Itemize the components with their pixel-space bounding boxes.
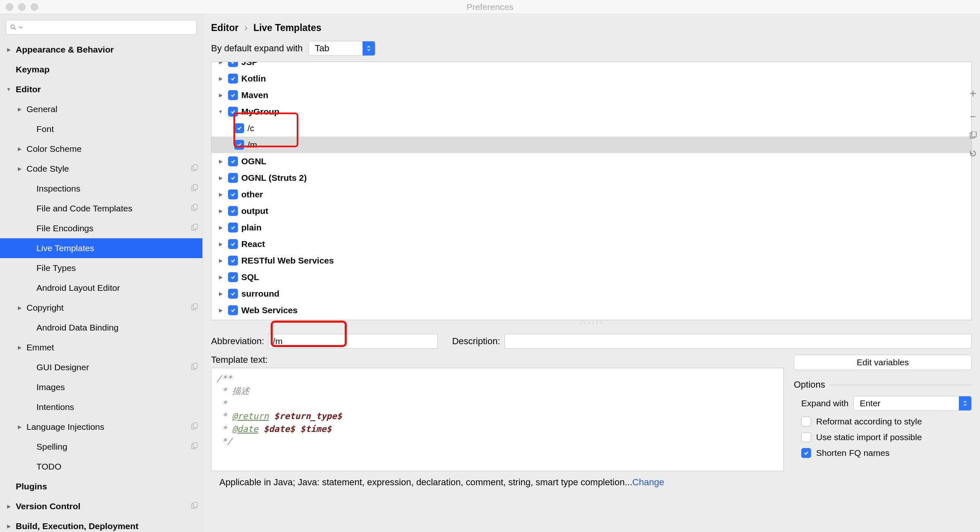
settings-sidebar: ▶Appearance & BehaviorKeymap▼Editor▶Gene… — [0, 14, 203, 532]
chevron-right-icon[interactable]: ▶ — [216, 225, 225, 230]
window-title: Preferences — [0, 2, 980, 12]
chevron-right-icon[interactable]: ▶ — [216, 258, 225, 264]
chevron-right-icon[interactable]: ▶ — [216, 62, 225, 65]
chevron-right-icon: ▶ — [15, 305, 24, 311]
template-enabled-checkbox[interactable] — [228, 223, 238, 232]
sidebar-item-appearance-behavior[interactable]: ▶Appearance & Behavior — [0, 40, 202, 60]
sidebar-item-build-execution-deployment[interactable]: ▶Build, Execution, Deployment — [0, 516, 202, 532]
template-enabled-checkbox[interactable] — [228, 74, 238, 84]
tree-row[interactable]: ▶OGNL — [211, 153, 971, 170]
tree-row[interactable]: ▶OGNL (Struts 2) — [211, 170, 971, 186]
tree-row[interactable]: ▶Web Services — [211, 302, 971, 319]
tree-row[interactable]: ▶other — [211, 186, 971, 203]
sidebar-item-version-control[interactable]: ▶Version Control — [0, 496, 202, 516]
search-input[interactable] — [6, 20, 197, 35]
sidebar-item-general[interactable]: ▶General — [0, 99, 202, 119]
chevron-right-icon[interactable]: ▶ — [216, 175, 225, 181]
reformat-checkbox[interactable] — [801, 417, 811, 427]
sidebar-item-live-templates[interactable]: Live Templates — [0, 238, 202, 258]
chevron-right-icon[interactable]: ▶ — [216, 241, 225, 247]
chevron-right-icon[interactable]: ▶ — [216, 274, 225, 280]
static-import-label: Use static import if possible — [816, 432, 922, 442]
chevron-right-icon[interactable]: ▶ — [216, 307, 225, 313]
sidebar-item-label: Build, Execution, Deployment — [16, 521, 198, 531]
profile-copy-icon — [191, 303, 198, 313]
tree-row[interactable]: ▶JSP — [211, 62, 971, 70]
revert-icon[interactable] — [969, 149, 977, 160]
tree-row[interactable]: ▶plain — [211, 219, 971, 236]
tree-row[interactable]: ▶RESTful Web Services — [211, 252, 971, 269]
edit-variables-button[interactable]: Edit variables — [794, 355, 972, 370]
option-expand-with-select[interactable]: Enter — [853, 396, 972, 411]
template-enabled-checkbox[interactable] — [228, 239, 238, 249]
tree-row[interactable]: ▶Maven — [211, 87, 971, 103]
template-enabled-checkbox[interactable] — [228, 62, 238, 67]
sidebar-item-label: Emmet — [26, 343, 198, 352]
sidebar-item-gui-designer[interactable]: GUI Designer — [0, 357, 202, 377]
tree-row[interactable]: ▶React — [211, 236, 971, 252]
applicable-contexts: Applicable in Java; Java: statement, exp… — [211, 471, 784, 488]
shorten-fq-checkbox[interactable] — [801, 448, 811, 458]
sidebar-item-android-layout-editor[interactable]: Android Layout Editor — [0, 278, 202, 298]
sidebar-item-keymap[interactable]: Keymap — [0, 60, 202, 79]
static-import-checkbox[interactable] — [801, 432, 811, 442]
templates-tree[interactable]: ▶JSP▶Kotlin▶Maven▼MyGroup/c/m▶OGNL▶OGNL … — [211, 62, 972, 320]
chevron-down-icon[interactable]: ▼ — [216, 109, 225, 115]
chevron-right-icon[interactable]: ▶ — [216, 92, 225, 98]
sidebar-item-file-encodings[interactable]: File Encodings — [0, 218, 202, 238]
sidebar-item-android-data-binding[interactable]: Android Data Binding — [0, 318, 202, 338]
copy-icon[interactable] — [969, 132, 977, 142]
template-enabled-checkbox[interactable] — [228, 90, 238, 100]
sidebar-item-language-injections[interactable]: ▶Language Injections — [0, 417, 202, 437]
template-enabled-checkbox[interactable] — [228, 189, 238, 199]
chevron-right-icon[interactable]: ▶ — [216, 208, 225, 214]
sidebar-item-todo[interactable]: TODO — [0, 457, 202, 477]
description-input[interactable] — [504, 334, 972, 349]
tree-row[interactable]: ▶output — [211, 203, 971, 219]
sidebar-item-font[interactable]: Font — [0, 119, 202, 139]
template-enabled-checkbox[interactable] — [228, 206, 238, 216]
sidebar-item-label: Version Control — [16, 501, 188, 511]
sidebar-item-plugins[interactable]: Plugins — [0, 477, 202, 496]
template-enabled-checkbox[interactable] — [228, 156, 238, 166]
sidebar-item-intentions[interactable]: Intentions — [0, 397, 202, 417]
tree-row-label: Maven — [241, 90, 268, 100]
tree-row[interactable]: /m — [211, 137, 971, 153]
remove-icon[interactable]: － — [967, 108, 979, 124]
sidebar-item-emmet[interactable]: ▶Emmet — [0, 338, 202, 357]
sidebar-item-inspections[interactable]: Inspections — [0, 179, 202, 199]
tree-row[interactable]: ▶SQL — [211, 269, 971, 285]
sidebar-item-label: File Encodings — [36, 223, 188, 233]
svg-rect-19 — [193, 502, 197, 507]
template-enabled-checkbox[interactable] — [228, 272, 238, 282]
tree-row[interactable]: /c — [211, 120, 971, 137]
add-icon[interactable]: ＋ — [967, 85, 979, 101]
template-text-editor[interactable]: /** * 描述 * * @return $return_type$ * @da… — [211, 368, 784, 471]
tree-row[interactable]: ▼MyGroup — [211, 103, 971, 120]
template-enabled-checkbox[interactable] — [228, 256, 238, 266]
expand-with-select[interactable]: Tab — [308, 41, 375, 56]
sidebar-item-editor[interactable]: ▼Editor — [0, 79, 202, 99]
tree-row-label: output — [241, 206, 268, 216]
sidebar-item-file-types[interactable]: File Types — [0, 258, 202, 278]
tree-row[interactable]: ▶Kotlin — [211, 70, 971, 87]
chevron-up-down-icon — [363, 41, 375, 55]
template-enabled-checkbox[interactable] — [228, 173, 238, 183]
chevron-right-icon[interactable]: ▶ — [216, 192, 225, 197]
breadcrumb-root[interactable]: Editor — [211, 22, 238, 34]
sidebar-item-images[interactable]: Images — [0, 377, 202, 397]
change-contexts-link[interactable]: Change — [632, 477, 664, 487]
profile-copy-icon — [191, 184, 198, 194]
template-enabled-checkbox[interactable] — [228, 305, 238, 315]
chevron-right-icon[interactable]: ▶ — [216, 76, 225, 81]
sidebar-item-spelling[interactable]: Spelling — [0, 437, 202, 457]
sidebar-item-color-scheme[interactable]: ▶Color Scheme — [0, 139, 202, 159]
sidebar-item-code-style[interactable]: ▶Code Style — [0, 159, 202, 179]
chevron-right-icon[interactable]: ▶ — [216, 291, 225, 297]
template-enabled-checkbox[interactable] — [228, 289, 238, 299]
sidebar-item-copyright[interactable]: ▶Copyright — [0, 298, 202, 318]
chevron-right-icon[interactable]: ▶ — [216, 158, 225, 164]
sidebar-item-file-and-code-templates[interactable]: File and Code Templates — [0, 199, 202, 218]
tree-row[interactable]: ▶surround — [211, 285, 971, 302]
chevron-up-down-icon — [959, 396, 971, 410]
